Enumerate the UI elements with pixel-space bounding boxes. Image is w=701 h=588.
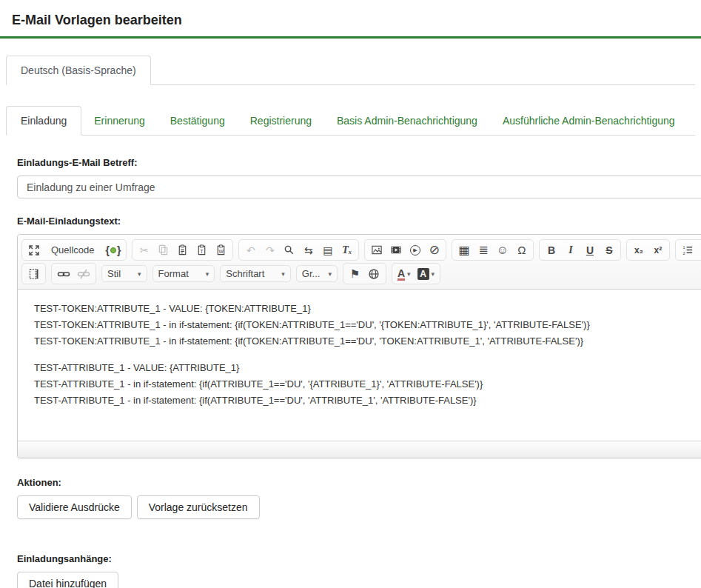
tab-einladung-label: Einladung: [21, 115, 67, 127]
rich-text-editor: Quellcode {} ✂ T: [17, 234, 701, 458]
svg-text:W: W: [219, 249, 224, 254]
background-color-icon: A: [417, 268, 429, 280]
group-lists: 12: [675, 239, 701, 261]
tab-basis-admin-benachrichtigung[interactable]: Basis Admin-Benachrichtigung: [324, 107, 490, 135]
italic-icon[interactable]: I: [561, 241, 580, 258]
paste-icon[interactable]: [173, 241, 192, 258]
group-insert: ▦ ≣ ☺ Ω: [452, 239, 534, 261]
invitation-tab-pane: Einladungs-E-Mail Betreff: E-Mail-Einlad…: [0, 136, 701, 588]
group-script: x₂ x²: [626, 239, 670, 261]
anchor-flag-icon[interactable]: ⚑: [346, 265, 364, 282]
group-links: [51, 263, 96, 284]
editor-content[interactable]: TEST-TOKEN:ATTRIBUTE_1 - VALUE: {TOKEN:A…: [18, 290, 701, 441]
underline-icon[interactable]: U: [580, 241, 599, 258]
group-undo-find: ↶ ↷ ⇆ ▤ Tₓ: [238, 239, 359, 261]
tab-einladung[interactable]: Einladung: [6, 106, 81, 136]
language-globe-icon[interactable]: [365, 265, 383, 282]
size-dropdown[interactable]: Gr... ▾: [296, 265, 338, 282]
tab-ausfuehrliche-admin-benachrichtigung[interactable]: Ausführliche Admin-Benachrichtigung: [490, 107, 688, 135]
style-dropdown[interactable]: Stil ▾: [101, 265, 147, 282]
template-tab-bar: Einladung Erinnerung Bestätigung Registr…: [6, 105, 695, 136]
svg-text:1: 1: [682, 245, 685, 250]
remove-format-icon[interactable]: Tₓ: [338, 241, 356, 258]
paste-from-word-icon[interactable]: W: [212, 241, 230, 258]
table-icon[interactable]: ▦: [455, 241, 473, 258]
superscript-icon[interactable]: x²: [648, 241, 667, 258]
source-code-button[interactable]: Quellcode: [44, 241, 102, 258]
subscript-icon[interactable]: x₂: [629, 241, 648, 258]
special-char-icon[interactable]: Ω: [512, 241, 531, 258]
background-color-button[interactable]: A ▾: [415, 265, 438, 282]
actions-section: Aktionen: Validiere Ausdrücke Vorlage zu…: [17, 477, 701, 519]
editor-line: TEST-ATTRIBUTE_1 - in if-statement: {if(…: [34, 376, 701, 392]
unlink-icon[interactable]: [74, 265, 93, 282]
chevron-down-icon: ▾: [206, 270, 209, 278]
find-icon[interactable]: [280, 241, 298, 258]
page-root: { "page": { "title": "E-Mail Vorlagen be…: [0, 0, 701, 588]
size-dropdown-label: Gr...: [302, 268, 321, 279]
select-all-icon[interactable]: ▤: [318, 241, 337, 258]
div-container-icon[interactable]: [24, 265, 43, 282]
source-code-label: Quellcode: [47, 244, 99, 255]
style-dropdown-label: Stil: [107, 268, 121, 279]
reset-template-button[interactable]: Vorlage zurücksetzen: [137, 495, 260, 519]
media-embed-icon[interactable]: [386, 241, 405, 258]
undo-icon[interactable]: ↶: [241, 241, 260, 258]
image-icon[interactable]: [367, 241, 386, 258]
tab-bestaetigung[interactable]: Bestätigung: [158, 107, 238, 135]
format-dropdown[interactable]: Format ▾: [152, 265, 215, 282]
subject-input[interactable]: [17, 176, 701, 198]
svg-text:T: T: [201, 249, 204, 254]
chevron-down-icon: ▾: [138, 270, 141, 278]
smiley-icon[interactable]: ☺: [493, 241, 512, 258]
group-clipboard: ✂ T W: [132, 239, 233, 261]
group-mode: Quellcode {}: [21, 239, 127, 261]
group-colors: A ▾ A ▾: [392, 263, 440, 284]
editor-line: TEST-TOKEN:ATTRIBUTE_1 - VALUE: {TOKEN:A…: [34, 301, 701, 317]
copy-icon[interactable]: [154, 241, 172, 258]
actions-button-row: Validiere Ausdrücke Vorlage zurücksetzen: [17, 495, 701, 519]
cut-icon[interactable]: ✂: [135, 241, 153, 258]
link-icon[interactable]: [54, 265, 73, 282]
paste-as-text-icon[interactable]: T: [192, 241, 211, 258]
font-dropdown-label: Schriftart: [226, 268, 264, 279]
tab-erinnerung[interactable]: Erinnerung: [81, 107, 158, 135]
validate-expressions-button[interactable]: Validiere Ausdrücke: [17, 495, 132, 519]
page-title: E-Mail Vorlagen bearbeiten: [12, 13, 689, 28]
subject-label: Einladungs-E-Mail Betreff:: [17, 157, 701, 168]
text-color-button[interactable]: A ▾: [395, 265, 414, 282]
tab-language-label: Deutsch (Basis-Sprache): [21, 64, 136, 76]
numbered-list-icon[interactable]: 12: [678, 241, 697, 258]
language-tab-bar: Deutsch (Basis-Sprache): [6, 55, 695, 85]
tab-registrierung[interactable]: Registrierung: [238, 107, 324, 135]
toolbar-row-1: Quellcode {} ✂ T: [21, 239, 701, 261]
add-file-button[interactable]: Datei hinzufügen: [17, 572, 118, 588]
attachments-label: Einladungsanhänge:: [17, 553, 701, 564]
attribute-test-paragraph: TEST-ATTRIBUTE_1 - VALUE: {ATTRIBUTE_1} …: [34, 360, 701, 409]
font-dropdown[interactable]: Schriftart ▾: [220, 265, 291, 282]
horizontal-line-icon[interactable]: ≣: [474, 241, 492, 258]
tab-language-deutsch[interactable]: Deutsch (Basis-Sprache): [6, 56, 151, 85]
editor-line: TEST-ATTRIBUTE_1 - VALUE: {ATTRIBUTE_1}: [34, 360, 701, 376]
group-media: ▶ ⊘: [364, 239, 446, 261]
editor-line: TEST-TOKEN:ATTRIBUTE_1 - in if-statement…: [34, 333, 701, 350]
actions-label: Aktionen:: [17, 477, 701, 488]
flash-icon[interactable]: ⊘: [425, 241, 443, 258]
replace-icon[interactable]: ⇆: [299, 241, 318, 258]
text-color-icon: A: [398, 268, 405, 281]
group-anchor-language: ⚑: [343, 263, 386, 284]
maximize-icon[interactable]: [24, 241, 43, 258]
token-test-paragraph: TEST-TOKEN:ATTRIBUTE_1 - VALUE: {TOKEN:A…: [34, 301, 701, 350]
bold-icon[interactable]: B: [542, 241, 560, 258]
strikethrough-icon[interactable]: S: [600, 241, 618, 258]
redo-icon[interactable]: ↷: [261, 241, 279, 258]
chevron-down-icon: ▾: [328, 270, 332, 278]
group-basic-styles: B I U S: [539, 239, 621, 261]
attachments-button-row: Datei hinzufügen: [17, 572, 701, 588]
lime-replacement-fields-icon[interactable]: {}: [103, 241, 124, 258]
editor-bottom-bar: [18, 441, 701, 458]
editor-toolbar: Quellcode {} ✂ T: [18, 235, 701, 290]
oembed-play-icon[interactable]: ▶: [406, 241, 424, 258]
bulleted-list-icon[interactable]: [697, 241, 701, 258]
attachments-section: Einladungsanhänge: Datei hinzufügen: [17, 553, 701, 588]
